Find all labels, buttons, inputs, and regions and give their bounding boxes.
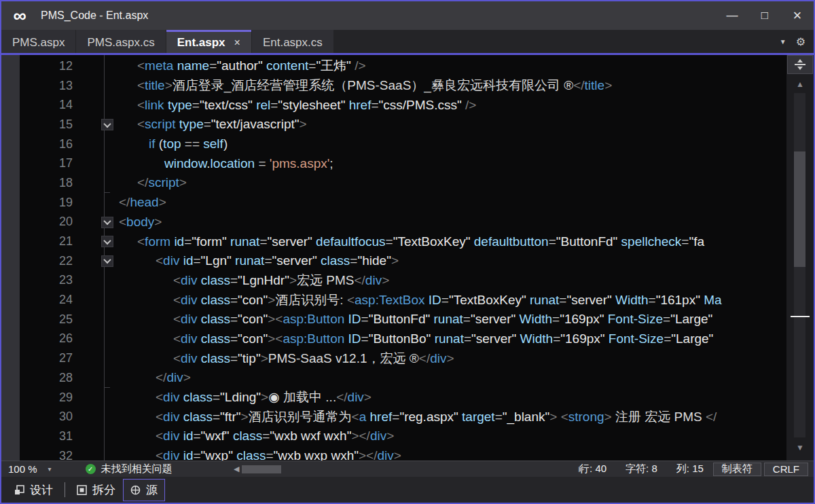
code-text: <div class="con"><asp:Button ID="ButtonB… bbox=[117, 331, 786, 346]
view-tab-source-selected[interactable]: 源 bbox=[123, 479, 165, 501]
title-bar: ∞ PMS_Code - Ent.aspx — □ × bbox=[1, 1, 814, 30]
code-text: <form id="form" runat="server" defaultfo… bbox=[117, 234, 786, 249]
visual-studio-logo-icon: ∞ bbox=[8, 5, 31, 26]
line-number: 15 bbox=[1, 118, 73, 132]
view-tab-design[interactable]: 设计 bbox=[7, 479, 60, 501]
outlining-margin bbox=[73, 232, 117, 251]
outlining-margin bbox=[73, 193, 117, 213]
code-line[interactable]: 18</script> bbox=[1, 173, 786, 193]
tab-ent-aspx-cs[interactable]: Ent.aspx.cs bbox=[252, 30, 333, 53]
outlining-margin bbox=[73, 407, 117, 427]
line-number: 16 bbox=[1, 137, 73, 151]
line-number: 22 bbox=[1, 254, 73, 268]
code-line[interactable]: 17window.location = 'pms.aspx'; bbox=[1, 154, 786, 173]
code-line[interactable]: 12<meta name="author" content="王炜" /> bbox=[1, 56, 786, 76]
code-line[interactable]: 27<div class="tip">PMS-SaaS v12.1，宏远 ®</… bbox=[1, 348, 786, 368]
code-line[interactable]: 31<div id="wxf" class="wxb wxf wxh"></di… bbox=[1, 427, 786, 446]
close-button[interactable]: × bbox=[781, 1, 814, 30]
code-line[interactable]: 16if (top == self) bbox=[1, 134, 786, 154]
hscroll-right-icon[interactable]: ▶ bbox=[579, 465, 584, 473]
code-line[interactable]: 32<div id="wxp" class="wxb wxp wxh"></di… bbox=[1, 446, 786, 461]
code-text: <div id="wxf" class="wxb wxf wxh"></div> bbox=[117, 429, 786, 444]
outlining-margin bbox=[73, 427, 117, 446]
code-line[interactable]: 29<div class="Lding">◉ 加载中 ...</div> bbox=[1, 388, 786, 408]
outlining-margin bbox=[73, 95, 117, 115]
fold-chevron-icon[interactable] bbox=[101, 255, 113, 267]
code-line[interactable]: 21<form id="form" runat="server" default… bbox=[1, 232, 786, 251]
fold-chevron-icon[interactable] bbox=[101, 119, 113, 130]
code-line[interactable]: 13<title>酒店登录_酒店经营管理系统（PMS-SaaS）_彝良宏远科技有… bbox=[1, 76, 786, 96]
gear-icon[interactable]: ⚙ bbox=[796, 35, 805, 48]
tab-pms-aspx-cs[interactable]: PMS.aspx.cs bbox=[76, 30, 165, 53]
zoom-level: 100 % bbox=[8, 463, 37, 475]
status-tabs-mode[interactable]: 制表符 bbox=[713, 463, 761, 476]
outlining-margin bbox=[73, 76, 117, 96]
outlining-margin bbox=[73, 329, 117, 349]
code-text: </script> bbox=[117, 175, 786, 190]
vertical-scrollbar[interactable]: ▲ ▼ bbox=[786, 55, 814, 461]
line-number: 31 bbox=[1, 429, 73, 444]
hscroll-left-icon[interactable]: ◀ bbox=[234, 465, 239, 473]
line-number: 12 bbox=[1, 59, 73, 73]
code-line[interactable]: 20<body> bbox=[1, 213, 786, 232]
caret-position-marker bbox=[791, 316, 810, 317]
line-number: 26 bbox=[1, 331, 73, 346]
outlining-margin bbox=[73, 388, 117, 408]
code-line[interactable]: 14<link type="text/css" rel="stylesheet"… bbox=[1, 95, 786, 115]
split-editor-handle-icon[interactable] bbox=[787, 55, 813, 74]
code-line[interactable]: 25<div class="con"><asp:Button ID="Butto… bbox=[1, 310, 786, 329]
code-line[interactable]: 30<div class="ftr">酒店识别号通常为<a href="reg.… bbox=[1, 407, 786, 427]
outlining-margin bbox=[73, 115, 117, 134]
scrollbar-down-icon[interactable]: ▼ bbox=[786, 443, 814, 452]
code-editor[interactable]: 12<meta name="author" content="王炜" />13<… bbox=[1, 55, 814, 461]
line-number: 25 bbox=[1, 312, 73, 327]
code-line[interactable]: 23<div class="LgnHdr">宏远 PMS</div> bbox=[1, 271, 786, 291]
tab-ent-aspx-active[interactable]: Ent.aspx × bbox=[166, 30, 251, 53]
code-text: <div class="tip">PMS-SaaS v12.1，宏远 ®</di… bbox=[117, 350, 786, 367]
status-line-ending[interactable]: CRLF bbox=[764, 463, 808, 476]
minimize-button[interactable]: — bbox=[716, 1, 748, 30]
outlining-margin bbox=[73, 310, 117, 329]
status-col: 列: 15 bbox=[667, 463, 713, 475]
view-tab-separator bbox=[65, 482, 65, 497]
code-text: <div class="LgnHdr">宏远 PMS</div> bbox=[117, 272, 786, 289]
tab-close-icon[interactable]: × bbox=[234, 37, 240, 49]
code-line[interactable]: 22<div id="Lgn" runat="server" class="hi… bbox=[1, 251, 786, 271]
fold-chevron-icon[interactable] bbox=[101, 236, 113, 247]
code-text: if (top == self) bbox=[117, 137, 786, 151]
outlining-margin bbox=[73, 213, 117, 232]
line-number: 17 bbox=[1, 156, 73, 170]
line-number: 27 bbox=[1, 351, 73, 365]
code-line[interactable]: 15<script type="text/javascript"> bbox=[1, 115, 786, 134]
view-tab-split[interactable]: 拆分 bbox=[69, 479, 123, 501]
zoom-dropdown[interactable]: 100 % ▾ bbox=[8, 463, 52, 475]
line-number: 20 bbox=[1, 215, 73, 229]
scrollbar-thumb[interactable] bbox=[794, 151, 805, 267]
code-area[interactable]: 12<meta name="author" content="王炜" />13<… bbox=[1, 55, 786, 461]
globe-icon: ◉ bbox=[268, 390, 280, 404]
line-number: 19 bbox=[1, 196, 73, 210]
tab-pms-aspx[interactable]: PMS.aspx bbox=[1, 30, 75, 53]
code-text: <div class="ftr">酒店识别号通常为<a href="reg.as… bbox=[117, 408, 786, 426]
scrollbar-track[interactable] bbox=[794, 93, 805, 437]
code-line[interactable]: 19</head> bbox=[1, 193, 786, 213]
maximize-button[interactable]: □ bbox=[748, 1, 781, 30]
code-line[interactable]: 28</div> bbox=[1, 368, 786, 388]
status-char: 字符: 8 bbox=[616, 463, 667, 475]
code-text: window.location = 'pms.aspx'; bbox=[117, 156, 786, 171]
code-line[interactable]: 26<div class="con"><asp:Button ID="Butto… bbox=[1, 329, 786, 349]
code-text: <body> bbox=[117, 215, 786, 230]
scrollbar-up-icon[interactable]: ▲ bbox=[786, 79, 814, 89]
hscroll-thumb[interactable] bbox=[242, 465, 281, 473]
outlining-margin bbox=[73, 154, 117, 173]
outlining-margin bbox=[73, 446, 117, 461]
design-icon bbox=[14, 485, 24, 495]
code-text: </head> bbox=[117, 195, 786, 210]
code-line[interactable]: 24<div class="con">酒店识别号: <asp:TextBox I… bbox=[1, 290, 786, 310]
check-circle-icon: ✓ bbox=[86, 464, 96, 474]
view-tab-bar: 设计 拆分 源 bbox=[1, 477, 814, 503]
tab-list-dropdown-icon[interactable]: ▼ bbox=[780, 38, 786, 46]
code-text: <title>酒店登录_酒店经营管理系统（PMS-SaaS）_彝良宏远科技有限公… bbox=[117, 77, 786, 94]
line-number: 32 bbox=[1, 449, 73, 461]
fold-chevron-icon[interactable] bbox=[101, 217, 113, 228]
